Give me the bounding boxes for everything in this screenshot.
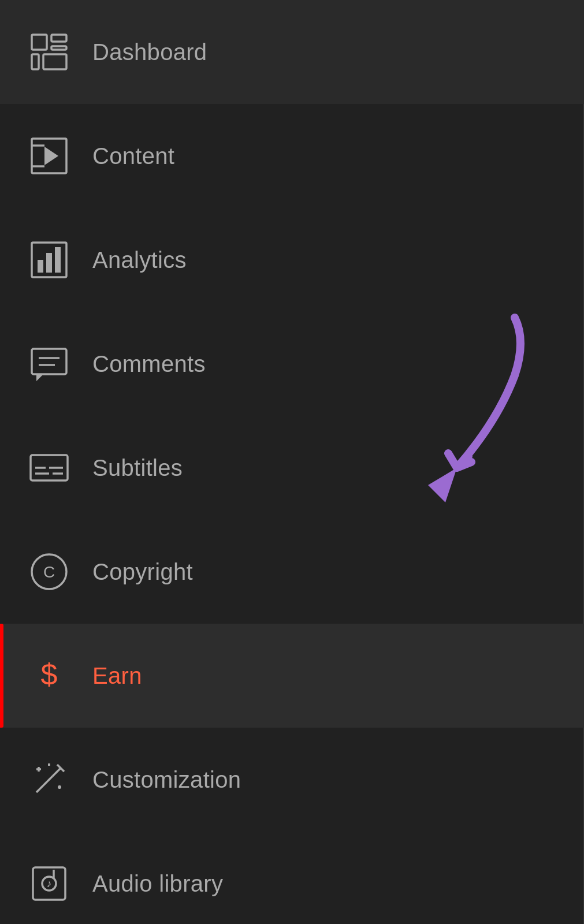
svg-rect-10 (38, 260, 43, 273)
svg-rect-1 (51, 35, 66, 42)
sidebar-item-label-customization: Customization (92, 767, 241, 793)
analytics-icon (23, 234, 75, 286)
svg-marker-6 (44, 147, 58, 165)
sidebar-item-comments[interactable]: Comments (0, 312, 584, 416)
svg-text:♪: ♪ (47, 878, 52, 889)
sidebar-item-label-dashboard: Dashboard (92, 39, 207, 65)
sidebar-item-dashboard[interactable]: Dashboard (0, 0, 584, 104)
sidebar-item-customization[interactable]: Customization (0, 728, 584, 832)
svg-rect-4 (43, 54, 66, 69)
sidebar-item-label-copyright: Copyright (92, 559, 193, 585)
svg-rect-3 (32, 54, 39, 69)
sidebar-item-label-audio-library: Audio library (92, 871, 223, 897)
sidebar-item-label-comments: Comments (92, 351, 206, 377)
active-indicator (0, 624, 3, 728)
audio-library-icon: ♪ (23, 858, 75, 910)
dashboard-icon (23, 26, 75, 78)
subtitles-icon (23, 442, 75, 494)
sidebar-item-label-earn: Earn (92, 663, 142, 689)
svg-rect-11 (46, 253, 52, 273)
svg-rect-0 (32, 35, 47, 50)
svg-text:C: C (43, 563, 55, 581)
sidebar-item-audio-library[interactable]: ♪ Audio library (0, 832, 584, 924)
copyright-icon: C (23, 546, 75, 598)
sidebar-item-copyright[interactable]: C Copyright (0, 520, 584, 624)
svg-line-26 (53, 768, 61, 776)
sidebar-item-label-analytics: Analytics (92, 247, 187, 273)
svg-rect-12 (55, 247, 61, 273)
content-icon (23, 130, 75, 182)
comments-icon (23, 338, 75, 390)
sidebar-item-label-subtitles: Subtitles (92, 455, 183, 481)
svg-marker-16 (36, 374, 43, 381)
svg-rect-2 (51, 46, 66, 50)
sidebar-item-content[interactable]: Content (0, 104, 584, 208)
svg-line-25 (36, 776, 53, 792)
sidebar-item-label-content: Content (92, 143, 174, 169)
sidebar-item-earn[interactable]: $ Earn (0, 624, 584, 728)
svg-rect-13 (32, 349, 66, 374)
sidebar-item-analytics[interactable]: Analytics (0, 208, 584, 312)
earn-icon: $ (23, 650, 75, 702)
svg-text:$: $ (41, 658, 58, 691)
customization-icon (23, 754, 75, 806)
sidebar-item-subtitles[interactable]: Subtitles (0, 416, 584, 520)
sidebar: Dashboard Content Analytics (0, 0, 584, 924)
